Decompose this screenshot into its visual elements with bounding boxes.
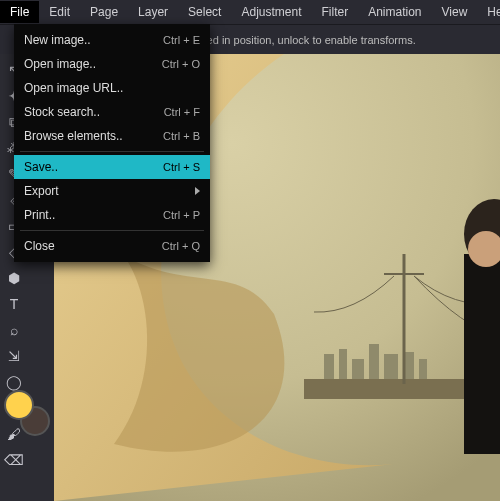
menu-shortcut: Ctrl + S — [163, 161, 200, 173]
menu-label: Browse elements.. — [24, 129, 123, 143]
menu-adjustment[interactable]: Adjustment — [231, 1, 311, 23]
menu-file[interactable]: File — [0, 1, 39, 23]
menu-view[interactable]: View — [432, 1, 478, 23]
menu-open-image[interactable]: Open image.. Ctrl + O — [14, 52, 210, 76]
menu-save[interactable]: Save.. Ctrl + S — [14, 155, 210, 179]
menu-edit[interactable]: Edit — [39, 1, 80, 23]
tool-zoom[interactable]: ⌕ — [2, 318, 26, 342]
menu-open-url[interactable]: Open image URL.. — [14, 76, 210, 100]
menu-shortcut: Ctrl + Q — [162, 240, 200, 252]
svg-rect-2 — [339, 349, 347, 384]
menu-label: Open image.. — [24, 57, 96, 71]
menu-label: Print.. — [24, 208, 55, 222]
submenu-arrow-icon — [195, 187, 200, 195]
svg-rect-4 — [369, 344, 379, 384]
menu-shortcut: Ctrl + E — [163, 34, 200, 46]
menu-shortcut: Ctrl + O — [162, 58, 200, 70]
menu-label: Save.. — [24, 160, 58, 174]
menu-label: Stock search.. — [24, 105, 100, 119]
menu-separator — [20, 151, 204, 152]
menu-new-image[interactable]: New image.. Ctrl + E — [14, 28, 210, 52]
menu-label: New image.. — [24, 33, 91, 47]
menu-label: Close — [24, 239, 55, 253]
menu-label: Export — [24, 184, 59, 198]
menu-filter[interactable]: Filter — [311, 1, 358, 23]
tool-blur[interactable]: ⬢ — [2, 266, 26, 290]
swatch-foreground[interactable] — [4, 390, 34, 420]
menubar: File Edit Page Layer Select Adjustment F… — [0, 0, 500, 24]
menu-shortcut: Ctrl + F — [164, 106, 200, 118]
menu-page[interactable]: Page — [80, 1, 128, 23]
tool-arrange[interactable]: ⇲ — [2, 344, 26, 368]
file-dropdown: New image.. Ctrl + E Open image.. Ctrl +… — [14, 24, 210, 262]
tool-text[interactable]: T — [2, 292, 26, 316]
menu-layer[interactable]: Layer — [128, 1, 178, 23]
color-swatches — [4, 390, 50, 436]
menu-animation[interactable]: Animation — [358, 1, 431, 23]
menu-close[interactable]: Close Ctrl + Q — [14, 234, 210, 258]
svg-rect-12 — [464, 254, 500, 454]
menu-label: Open image URL.. — [24, 81, 123, 95]
tool-eraser[interactable]: ⌫ — [2, 448, 26, 472]
menu-select[interactable]: Select — [178, 1, 231, 23]
menu-shortcut: Ctrl + B — [163, 130, 200, 142]
menu-export[interactable]: Export — [14, 179, 210, 203]
menu-shortcut: Ctrl + P — [163, 209, 200, 221]
menu-browse-elements[interactable]: Browse elements.. Ctrl + B — [14, 124, 210, 148]
menu-help[interactable]: Help — [477, 1, 500, 23]
menu-print[interactable]: Print.. Ctrl + P — [14, 203, 210, 227]
menu-stock-search[interactable]: Stock search.. Ctrl + F — [14, 100, 210, 124]
menu-separator — [20, 230, 204, 231]
